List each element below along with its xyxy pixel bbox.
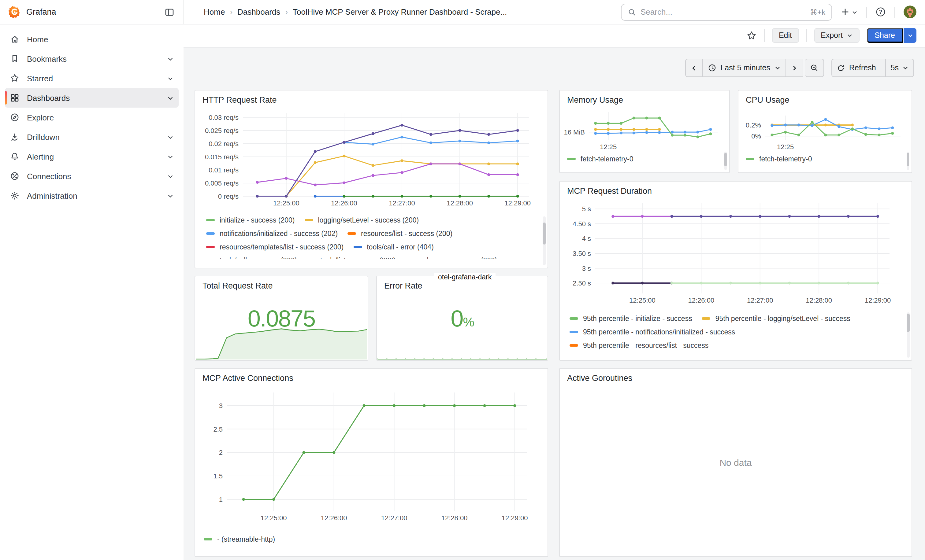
magnifier-minus-icon (810, 64, 818, 72)
legend-scrollbar-thumb[interactable] (724, 153, 727, 166)
legend-item[interactable]: - (streamable-http) (204, 536, 275, 543)
svg-text:0.01 req/s: 0.01 req/s (209, 166, 239, 174)
breadcrumb-current-dashboard[interactable]: ToolHive MCP Server & Proxy Runner Dashb… (293, 8, 507, 17)
legend-item[interactable]: fetch-telemetry-0 (746, 155, 812, 163)
panel-memory-usage: Memory Usage 16 MiB12:25 fetch-telemetry… (559, 90, 730, 173)
mcp-active-connections-chart[interactable]: 32.521.5112:25:0012:26:0012:27:0012:28:0… (195, 385, 548, 532)
legend-scrollbar (542, 216, 546, 265)
panel-title[interactable]: HTTP Request Rate (195, 90, 548, 107)
legend-item[interactable]: logging/setLevel - success (200) (304, 216, 419, 224)
legend-item[interactable]: initialize - success (200) (206, 216, 295, 224)
legend-item[interactable]: 95th percentile - resources/list - succe… (569, 342, 708, 349)
legend-item[interactable]: resources/list - success (200) (348, 230, 452, 237)
favorite-star-button[interactable] (746, 30, 757, 41)
share-menu-button[interactable] (904, 28, 916, 43)
panel-title[interactable]: MCP Active Connections (195, 369, 548, 385)
breadcrumb-dashboards[interactable]: Dashboards (237, 8, 280, 17)
star-icon (10, 74, 20, 83)
legend-item[interactable]: tools/call - error (404) (353, 243, 434, 251)
panel-title[interactable]: Total Request Rate (195, 276, 368, 293)
sidebar-item-alerting[interactable]: Alerting (5, 147, 179, 166)
time-shift-back-button[interactable] (685, 59, 703, 77)
legend-swatch (348, 232, 356, 235)
legend-label: 95th percentile - logging/setLevel - suc… (716, 315, 850, 322)
legend-item[interactable]: fetch-telemetry-0 (567, 155, 633, 163)
http-legend: initialize - success (200) logging/setLe… (195, 211, 548, 258)
mcp-request-duration-chart[interactable]: 5 s4.50 s4 s3.50 s3 s2.50 s12:25:0012:26… (560, 198, 911, 309)
panel-title[interactable]: MCP Request Duration (560, 182, 911, 198)
legend-item[interactable]: 95th percentile - initialize - success (569, 315, 692, 322)
sidebar-item-dashboards[interactable]: Dashboards (5, 88, 179, 108)
legend-item[interactable]: resources/templates/list - success (200) (206, 243, 343, 251)
svg-text:12:28:00: 12:28:00 (806, 297, 832, 304)
sidebar-item-explore[interactable]: Explore (5, 108, 179, 127)
time-shift-forward-button[interactable] (786, 59, 803, 77)
sidebar-item-drilldown[interactable]: Drilldown (5, 127, 179, 147)
legend-scrollbar-thumb[interactable] (542, 222, 546, 245)
legend-scrollbar-thumb[interactable] (907, 314, 910, 332)
legend-item[interactable]: 95th percentile - logging/setLevel - suc… (702, 315, 850, 322)
help-button[interactable]: ? (875, 7, 886, 17)
sidebar-item-label: Administration (27, 191, 77, 200)
svg-text:3.50 s: 3.50 s (572, 250, 591, 257)
search-input[interactable]: Search... ⌘+k (621, 3, 832, 21)
chevron-down-icon[interactable] (167, 95, 174, 101)
svg-text:0.015 req/s: 0.015 req/s (205, 153, 239, 161)
toolbar-divider (764, 29, 765, 42)
legend-scrollbar (907, 312, 910, 357)
svg-text:?: ? (879, 9, 883, 15)
chevron-down-icon[interactable] (167, 173, 174, 179)
chevron-down-icon[interactable] (167, 134, 174, 140)
zoom-out-button[interactable] (805, 59, 824, 77)
memory-usage-chart[interactable]: 16 MiB12:25 (560, 107, 729, 150)
no-data-message: No data (560, 369, 911, 556)
svg-text:12:29:00: 12:29:00 (865, 297, 891, 304)
sidebar-item-label: Drilldown (27, 132, 60, 141)
legend-item[interactable]: 95th percentile - notifications/initiali… (569, 328, 735, 336)
sidebar-item-connections[interactable]: Connections (5, 166, 179, 186)
chevron-down-icon[interactable] (167, 192, 174, 199)
grafana-logo-icon (8, 5, 21, 19)
drilldown-icon (10, 132, 20, 142)
sidebar-item-administration[interactable]: Administration (5, 186, 179, 206)
add-button[interactable] (841, 8, 858, 17)
legend-scrollbar-thumb[interactable] (907, 153, 909, 166)
refresh-interval-picker[interactable]: 5s (886, 59, 914, 77)
panel-title[interactable]: Memory Usage (560, 90, 729, 107)
legend-item[interactable]: unknown - success (200) (405, 257, 497, 258)
sidebar-toggle-icon[interactable] (164, 7, 174, 17)
breadcrumb-home[interactable]: Home (204, 8, 225, 17)
error-rate-number: 0 (450, 306, 463, 331)
legend-swatch (353, 246, 362, 248)
http-request-rate-chart[interactable]: 0 req/s0.005 req/s0.01 req/s0.015 req/s0… (195, 107, 548, 211)
legend-label: fetch-telemetry-0 (581, 155, 633, 163)
time-range-picker[interactable]: Last 5 minutes (703, 59, 786, 77)
panel-title[interactable]: CPU Usage (738, 90, 911, 107)
chevron-down-icon[interactable] (167, 56, 174, 62)
breadcrumb: Home › Dashboards › ToolHive MCP Server … (204, 8, 507, 17)
legend-item[interactable]: notifications/initialized - success (202… (206, 230, 338, 237)
chevron-down-icon (851, 9, 858, 15)
legend-item[interactable]: tools/call - success (200) (206, 257, 297, 258)
svg-text:4.50 s: 4.50 s (572, 220, 591, 228)
edit-button[interactable]: Edit (772, 28, 798, 43)
clock-icon (708, 64, 716, 72)
svg-text:16 MiB: 16 MiB (564, 128, 585, 136)
sidebar-item-bookmarks[interactable]: Bookmarks (5, 49, 179, 69)
chevron-down-icon[interactable] (167, 75, 174, 82)
svg-text:2.50 s: 2.50 s (572, 279, 591, 287)
export-button[interactable]: Export (814, 28, 859, 43)
chevron-down-icon[interactable] (167, 153, 174, 160)
svg-text:12:25: 12:25 (600, 143, 617, 150)
legend-swatch (304, 219, 313, 221)
sidebar-item-starred[interactable]: Starred (5, 69, 179, 88)
user-avatar[interactable] (904, 6, 916, 18)
legend-item[interactable]: tools/list - success (200) (307, 257, 396, 258)
share-button[interactable]: Share (866, 28, 903, 43)
svg-text:12:26:00: 12:26:00 (688, 297, 714, 304)
cpu-usage-chart[interactable]: 0.2%0%12:25 (738, 107, 911, 150)
svg-text:1: 1 (219, 496, 223, 503)
sidebar-item-home[interactable]: Home (5, 29, 179, 49)
svg-text:2.5: 2.5 (213, 425, 223, 433)
refresh-button[interactable]: Refresh (832, 59, 886, 77)
